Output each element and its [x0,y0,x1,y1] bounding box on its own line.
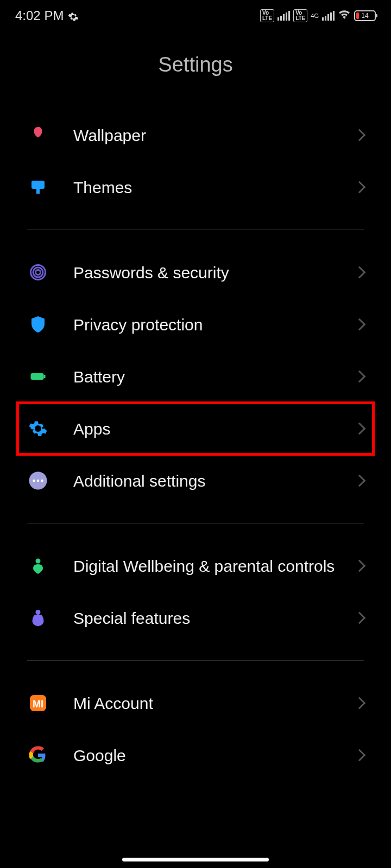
item-label: Google [73,745,355,766]
item-label: Privacy protection [73,314,355,335]
shield-icon [27,314,49,335]
signal-icon [278,11,290,21]
item-label: Apps [73,418,355,439]
status-left: 4:02 PM [15,8,79,23]
settings-running-icon [68,10,79,21]
chevron-right-icon [354,475,366,487]
chevron-right-icon [354,181,366,194]
wifi-icon [338,8,351,23]
divider [27,229,364,230]
item-additional-settings[interactable]: Additional settings [0,455,391,507]
dots-icon [27,470,49,492]
item-google[interactable]: Google [0,729,391,781]
svg-rect-1 [36,189,40,194]
item-battery[interactable]: Battery [0,350,391,403]
svg-point-9 [37,480,40,482]
chevron-right-icon [354,129,366,142]
item-digital-wellbeing-parental-controls[interactable]: Digital Wellbeing & parental controls [0,540,391,592]
item-label: Wallpaper [73,125,355,146]
volte-icon: VoLTE [260,9,274,22]
svg-point-10 [41,480,43,482]
chevron-right-icon [354,697,366,710]
battery-icon [27,366,49,387]
item-privacy-protection[interactable]: Privacy protection [0,298,391,350]
svg-point-3 [33,267,43,277]
wallpaper-icon [27,124,49,146]
mi-icon: MI [27,692,49,714]
flask-icon [27,607,49,629]
chevron-right-icon [354,612,366,624]
item-label: Mi Account [73,693,355,714]
themes-icon [27,176,49,198]
item-mi-account[interactable]: MIMi Account [0,677,391,729]
battery-icon: 14 [354,10,376,21]
chevron-right-icon [354,371,366,383]
navigation-handle[interactable] [122,858,269,861]
battery-level: 14 [355,12,375,20]
chevron-right-icon [354,266,366,279]
item-label: Additional settings [73,470,355,492]
item-wallpaper[interactable]: Wallpaper [0,109,391,161]
svg-rect-0 [31,181,45,189]
network-type: 4G [311,13,319,19]
item-label: Digital Wellbeing & parental controls [73,556,355,577]
item-passwords-security[interactable]: Passwords & security [0,246,391,298]
signal-icon-2 [322,11,335,21]
svg-point-11 [36,559,41,564]
item-apps[interactable]: Apps [0,403,391,455]
svg-rect-6 [44,375,46,378]
divider [27,660,364,661]
chevron-right-icon [354,423,366,435]
fingerprint-icon [27,261,49,283]
settings-list: WallpaperThemesPasswords & securityPriva… [0,109,391,781]
status-right: VoLTE VoLTE 4G 14 [260,8,376,23]
apps-gear-icon [27,418,49,439]
divider [27,523,364,524]
chevron-right-icon [354,560,366,572]
volte-icon-2: VoLTE [293,9,307,22]
google-icon [27,744,49,766]
item-label: Battery [73,366,355,387]
chevron-right-icon [354,749,366,762]
page-title: Settings [0,53,391,76]
svg-text:MI: MI [33,699,43,710]
wellbeing-icon [27,555,49,577]
svg-point-12 [36,610,41,615]
chevron-right-icon [354,318,366,331]
item-label: Special features [73,608,355,629]
svg-point-8 [33,480,35,482]
svg-point-2 [36,270,41,275]
item-label: Passwords & security [73,262,355,283]
item-label: Themes [73,177,355,198]
svg-rect-5 [31,373,44,380]
status-bar: 4:02 PM VoLTE VoLTE 4G 14 [0,0,391,31]
item-themes[interactable]: Themes [0,161,391,213]
status-time: 4:02 PM [15,8,64,23]
item-special-features[interactable]: Special features [0,592,391,644]
